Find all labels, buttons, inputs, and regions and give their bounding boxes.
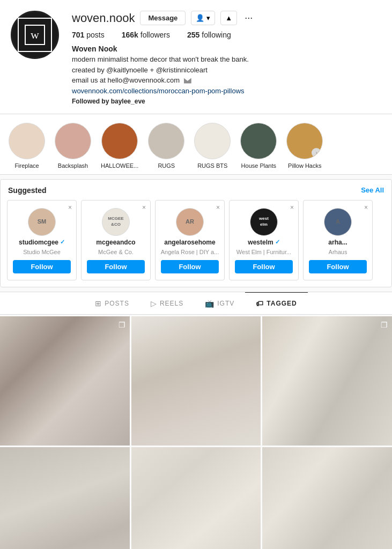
highlight-house-plants[interactable]: House Plants (240, 123, 277, 169)
highlight-pillow-hacks[interactable]: ›Pillow Hacks (286, 123, 323, 169)
highlights-row: FireplaceBacksplashHALLOWEE...RUGSRUGS B… (0, 123, 392, 169)
bio-line1: modern minimalist home decor that won't … (72, 54, 381, 65)
suggest-avatar-angelarosehome: AR (176, 208, 204, 236)
close-suggest-angelarosehome[interactable]: × (216, 204, 220, 211)
highlight-circle-rugs-bts (194, 123, 231, 159)
close-suggest-studiomcgee[interactable]: × (68, 204, 72, 211)
tab-posts[interactable]: ⊞POSTS (84, 292, 140, 314)
grid-item-post5[interactable] (131, 447, 261, 549)
grid-item-post1[interactable]: ❐ (0, 316, 130, 446)
suggest-fullname-arha...: Arhaus (329, 249, 347, 255)
highlight-rugs-bts[interactable]: RUGS BTS (194, 123, 231, 169)
highlight-circle-pillow-hacks: › (286, 123, 323, 159)
highlight-label-pillow-hacks: Pillow Hacks (288, 162, 321, 169)
suggest-card-mcgeeandco: ×MCGEE &COmcgeeandcoMcGee & Co.Follow (81, 200, 151, 280)
message-button[interactable]: Message (140, 11, 186, 25)
chevron-icon: ▾ (206, 14, 210, 22)
highlight-fireplace[interactable]: Fireplace (9, 123, 45, 169)
avatar-container: w (11, 11, 59, 59)
highlight-halloween[interactable]: HALLOWEE... (101, 123, 138, 169)
highlight-circle-house-plants (240, 123, 277, 159)
tab-label-posts: POSTS (105, 300, 129, 307)
close-suggest-westelm[interactable]: × (290, 204, 294, 211)
avatar-inner: w (18, 18, 52, 52)
tabs-section: ⊞POSTS▷REELS📺IGTV🏷TAGGED (0, 292, 392, 315)
tab-label-igtv: IGTV (217, 300, 234, 307)
multi-photo-icon: ❐ (119, 321, 125, 329)
tab-igtv[interactable]: 📺IGTV (194, 292, 245, 314)
tab-icon-tagged: 🏷 (256, 299, 264, 308)
follow-button[interactable]: 👤 ▾ (191, 11, 215, 25)
profile-top: w woven.nook Message 👤 ▾ ▲ ··· 701 posts (11, 11, 381, 105)
highlight-label-backsplash: Backsplash (58, 162, 88, 169)
following-count: 255 (187, 31, 199, 39)
close-suggest-arha...[interactable]: × (364, 204, 368, 211)
follow-angelarosehome-button[interactable]: Follow (161, 260, 219, 273)
highlight-more-btn[interactable]: › (312, 148, 321, 158)
highlight-circle-halloween (101, 123, 138, 159)
suggest-card-angelarosehome: ×ARangelarosehomeAngela Rose | DIY a...F… (155, 200, 225, 280)
avatar: w (11, 11, 59, 59)
follow-westelm-button[interactable]: Follow (235, 260, 293, 273)
tab-icon-reels: ▷ (151, 299, 157, 308)
suggest-card-studiomcgee: ×SMstudiomcgee✓Studio McGeeFollow (7, 200, 77, 280)
suggest-username-westelm: westelm✓ (248, 239, 279, 246)
highlight-label-rugs-bts: RUGS BTS (197, 162, 227, 169)
suggest-username-mcgeeandco: mcgeeandco (96, 239, 135, 246)
suggest-fullname-angelarosehome: Angela Rose | DIY a... (161, 249, 219, 255)
suggest-username-studiomcgee: studiomcgee✓ (19, 239, 65, 246)
suggest-username-angelarosehome: angelarosehome (164, 239, 215, 246)
more-options-button[interactable]: ··· (242, 11, 255, 25)
suggest-avatar-westelm: west elm (250, 208, 278, 236)
username: woven.nook (72, 11, 135, 25)
followed-by: Followed by baylee_eve (72, 98, 381, 105)
verified-icon: ✓ (275, 239, 280, 246)
multi-photo-icon: ❐ (381, 321, 388, 329)
bio-link-container: wovennook.com/collections/moroccan-pom-p… (72, 86, 381, 95)
highlight-label-halloween: HALLOWEE... (101, 162, 138, 169)
email-icon (184, 78, 191, 84)
highlight-backsplash[interactable]: Backsplash (55, 123, 91, 169)
close-suggest-mcgeeandco[interactable]: × (142, 204, 146, 211)
highlight-circle-backsplash (55, 123, 91, 159)
suggested-section: Suggested See All ×SMstudiomcgee✓Studio … (0, 179, 392, 287)
suggest-card-westelm: ×west elmwestelm✓West Elm | Furnitur...F… (229, 200, 299, 280)
following-stat[interactable]: 255 following (187, 31, 231, 39)
tab-label-tagged: TAGGED (267, 300, 297, 307)
suggest-fullname-westelm: West Elm | Furnitur... (236, 249, 291, 255)
profile-section: w woven.nook Message 👤 ▾ ▲ ··· 701 posts (0, 0, 392, 114)
grid-item-post4[interactable] (0, 447, 130, 549)
follow-studiomcgee-button[interactable]: Follow (13, 260, 71, 273)
tab-icon-posts: ⊞ (95, 299, 102, 308)
grid-item-post3[interactable]: ❐ (262, 316, 392, 446)
bio-link[interactable]: wovennook.com/collections/moroccan-pom-p… (72, 87, 245, 95)
tab-label-reels: REELS (160, 300, 183, 307)
follow-mcgeeandco-button[interactable]: Follow (87, 260, 145, 273)
grid-item-post2[interactable] (131, 316, 261, 446)
display-name: Woven Nook (72, 44, 381, 53)
suggest-avatar-arha...: A (324, 208, 352, 236)
suggest-avatar-studiomcgee: SM (28, 208, 56, 236)
bio-line3: email us at hello@wovennook.com (72, 75, 381, 86)
highlight-label-rugs: RUGS (158, 162, 175, 169)
person-icon: 👤 (196, 14, 204, 22)
posts-count: 701 (72, 31, 84, 39)
follow-arha...-button[interactable]: Follow (309, 260, 367, 273)
tab-tagged[interactable]: 🏷TAGGED (245, 292, 307, 314)
posts-grid: ❐❐ (0, 316, 392, 550)
followers-count: 166k (122, 31, 138, 39)
see-all-link[interactable]: See All (361, 186, 384, 194)
suggested-title: Suggested (8, 186, 47, 195)
suggested-cards: ×SMstudiomcgee✓Studio McGeeFollow×MCGEE … (1, 200, 391, 280)
followers-stat[interactable]: 166k followers (122, 31, 170, 39)
tab-reels[interactable]: ▷REELS (140, 292, 194, 314)
verified-icon: ✓ (60, 239, 65, 246)
svg-text:w: w (31, 28, 39, 41)
chevron-up-button[interactable]: ▲ (220, 11, 237, 25)
stats-row: 701 posts 166k followers 255 following (72, 31, 381, 39)
highlight-rugs[interactable]: RUGS (148, 123, 184, 169)
suggested-header: Suggested See All (1, 186, 391, 200)
suggest-fullname-mcgeeandco: McGee & Co. (98, 249, 134, 255)
grid-item-post6[interactable] (262, 447, 392, 549)
suggest-username-arha...: arha... (328, 239, 347, 246)
